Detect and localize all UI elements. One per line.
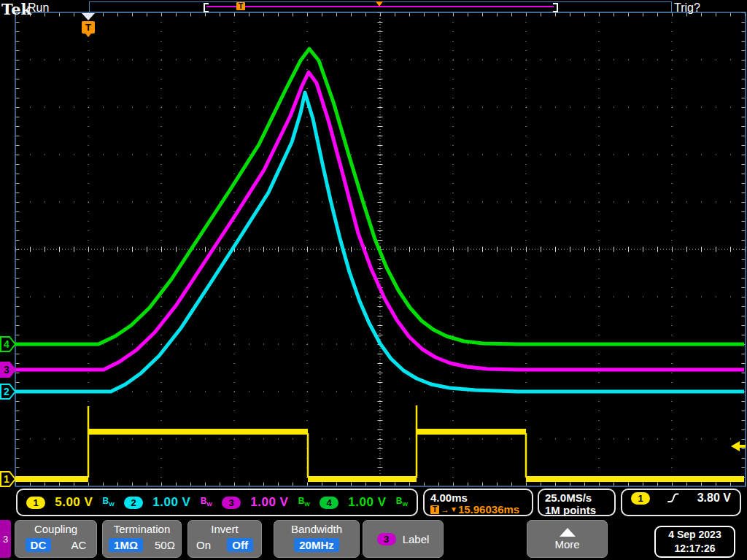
ch3-scale: 1.00 V <box>250 495 288 510</box>
bandwidth-button[interactable]: Bandwidth 20MHz <box>274 520 360 558</box>
time: 12:17:26 <box>656 542 734 556</box>
invert-button[interactable]: Invert On Off <box>187 520 262 558</box>
coupling-ac-option[interactable]: AC <box>71 539 87 551</box>
acquisition-status: Run <box>28 1 49 15</box>
trigger-position-icon[interactable] <box>82 13 95 20</box>
horizontal-delay: T→▼15.96036ms <box>430 504 532 516</box>
ch3-bandwidth-limit-icon: BW <box>201 497 212 508</box>
channel2-position-marker[interactable]: 2 <box>0 383 18 400</box>
trigger-readout: 1 3.80 V <box>621 489 741 516</box>
ch4-bandwidth-limit-icon: BW <box>298 497 310 508</box>
label-title: Label <box>403 533 430 545</box>
ch4-scale: 1.00 V <box>348 495 386 510</box>
record-window-left-bracket <box>204 3 209 12</box>
termination-title: Termination <box>114 523 171 535</box>
tek-logo: Tek <box>1 0 31 18</box>
trigger-status: Trig? <box>674 1 700 15</box>
waveform-display <box>0 0 747 560</box>
ch4-badge: 4 <box>320 497 338 509</box>
ch1-badge: 1 <box>26 497 45 509</box>
channel-readouts: 1 5.00 V BW 2 1.00 V BW 3 1.00 V BW 4 1.… <box>16 489 418 516</box>
termination-50-option[interactable]: 50Ω <box>155 539 175 551</box>
rising-edge-slope-icon <box>667 493 679 504</box>
termination-1m-option[interactable]: 1MΩ <box>109 538 143 552</box>
record-trigger-icon: T <box>236 2 245 10</box>
trigger-t-badge[interactable]: T <box>82 21 95 34</box>
ch2-bandwidth-limit-icon: BW <box>103 497 115 508</box>
svg-text:1: 1 <box>4 473 9 485</box>
trigger-source-badge: 1 <box>631 492 650 505</box>
ch3-trace <box>15 72 744 370</box>
record-view-bar[interactable]: T <box>89 1 672 12</box>
channel3-position-marker[interactable]: 3 <box>0 361 18 378</box>
record-expansion-point-icon <box>376 1 383 7</box>
label-button[interactable]: 3 Label <box>363 520 444 558</box>
svg-text:4: 4 <box>4 338 9 350</box>
ch4-trace <box>15 49 744 344</box>
ch2-badge: 2 <box>124 497 143 509</box>
menu-channel-tab: 3 <box>0 520 11 558</box>
horizontal-delay-value: 15.96036ms <box>458 504 519 516</box>
bandwidth-value[interactable]: 20MHz <box>294 538 339 552</box>
trigger-level-arrow[interactable] <box>729 440 747 452</box>
more-up-arrow-icon <box>560 528 576 537</box>
termination-button[interactable]: Termination 1MΩ 50Ω <box>102 520 182 558</box>
record-length: 1M points <box>545 504 614 516</box>
horizontal-trigger-icon: T <box>430 505 439 514</box>
arrow-right-icon: → <box>441 504 449 516</box>
coupling-dc-option[interactable]: DC <box>26 538 52 552</box>
ch2-trace <box>15 93 744 392</box>
horizontal-scale: 4.00ms <box>430 491 532 504</box>
trigger-level-value: 3.80 V <box>697 491 731 505</box>
record-window-right-bracket <box>553 3 558 12</box>
more-button[interactable]: More <box>527 520 608 558</box>
more-title: More <box>554 538 579 551</box>
horizontal-readout: 4.00ms T→▼15.96036ms <box>423 489 533 516</box>
bandwidth-title: Bandwidth <box>291 523 342 535</box>
coupling-button[interactable]: Coupling DC AC <box>15 520 97 558</box>
invert-off-option[interactable]: Off <box>227 538 253 552</box>
ch2-scale: 1.00 V <box>152 495 190 510</box>
ch1-scale: 5.00 V <box>55 495 93 510</box>
channel1-position-marker[interactable]: 1 <box>0 470 18 488</box>
ch4-bandwidth-limit-icon-2: BW <box>396 497 408 508</box>
trigger-t-badge-point <box>85 34 91 37</box>
invert-on-option[interactable]: On <box>196 539 211 551</box>
svg-text:3: 3 <box>4 364 9 376</box>
acquisition-readout: 25.0MS/s 1M points <box>538 489 616 516</box>
invert-title: Invert <box>211 523 239 535</box>
ch3-badge: 3 <box>222 497 241 509</box>
channel4-position-marker[interactable]: 4 <box>0 335 18 353</box>
coupling-title: Coupling <box>34 523 77 535</box>
expansion-marker-icon: ▼ <box>450 504 457 516</box>
svg-text:2: 2 <box>4 386 9 397</box>
sample-rate: 25.0MS/s <box>545 491 614 504</box>
datetime-display: 4 Sep 2023 12:17:26 <box>654 526 735 558</box>
date: 4 Sep 2023 <box>656 528 734 542</box>
label-channel-badge: 3 <box>377 533 396 545</box>
